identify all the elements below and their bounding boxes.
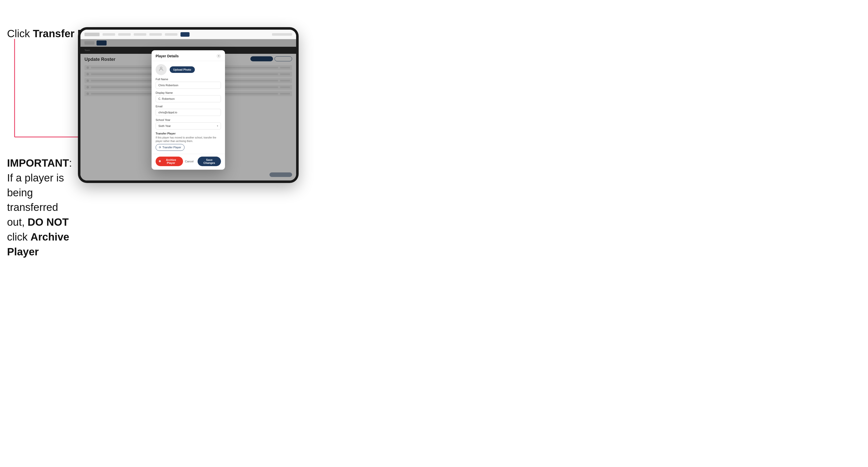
transfer-section-description: If this player has moved to another scho… — [156, 136, 221, 143]
modal-close-button[interactable]: × — [216, 54, 221, 58]
display-name-field-group: Display Name — [156, 91, 221, 102]
instruction-click: click — [7, 231, 30, 243]
display-name-input[interactable] — [156, 95, 221, 102]
instruction-bottom: IMPORTANT: If a player is being transfer… — [7, 156, 75, 259]
display-name-label: Display Name — [156, 91, 221, 94]
nav-right-area — [272, 33, 292, 36]
transfer-player-button[interactable]: ⟳ Transfer Player — [156, 144, 185, 151]
chevron-down-icon: ▾ — [217, 125, 218, 127]
avatar — [156, 64, 167, 75]
roster-area: Team Update Roster — [81, 39, 296, 181]
tablet-screen: Team Update Roster — [81, 30, 296, 181]
cancel-button[interactable]: Cancel — [183, 158, 195, 165]
nav-item-addedit — [165, 33, 178, 36]
upload-photo-button[interactable]: Upload Photo — [170, 66, 195, 73]
svg-point-3 — [160, 67, 162, 69]
save-changes-button[interactable]: Save Changes — [197, 157, 221, 166]
archive-icon: ⊕ — [159, 160, 161, 163]
modal-footer: ⊕ Archive Player Cancel Save Changes — [152, 154, 225, 170]
archive-button-label: Archive Player — [162, 158, 180, 164]
nav-item-schedule — [149, 33, 162, 36]
nav-item-dashboard — [102, 33, 115, 36]
tablet-device: Team Update Roster — [78, 27, 299, 183]
email-field-group: Email — [156, 105, 221, 116]
email-label: Email — [156, 105, 221, 108]
full-name-label: Full Name — [156, 78, 221, 81]
nav-item-tournaments — [118, 33, 131, 36]
transfer-button-label: Transfer Player — [162, 146, 181, 149]
school-year-label: School Year — [156, 118, 221, 121]
instruction-prefix: Click — [7, 28, 33, 39]
important-label: IMPORTANT — [7, 157, 69, 169]
full-name-input[interactable] — [156, 82, 221, 89]
transfer-icon: ⟳ — [159, 146, 161, 149]
avatar-icon — [158, 66, 164, 73]
school-year-value: Sixth Year — [158, 124, 171, 127]
school-year-field-group: School Year Sixth Year ▾ — [156, 118, 221, 129]
full-name-field-group: Full Name — [156, 78, 221, 89]
school-year-select[interactable]: Sixth Year ▾ — [156, 122, 221, 129]
avatar-upload-row: Upload Photo — [156, 64, 221, 75]
modal-title: Player Details — [156, 54, 179, 58]
do-not-label: DO NOT — [28, 216, 69, 228]
transfer-player-section: Transfer Player If this player has moved… — [156, 132, 221, 151]
archive-player-button[interactable]: ⊕ Archive Player — [156, 157, 183, 166]
nav-item-teams — [134, 33, 146, 36]
email-input[interactable] — [156, 109, 221, 116]
modal-body: Upload Photo Full Name Display Name — [152, 61, 225, 154]
nav-logo — [85, 33, 99, 36]
nav-item-roster — [181, 32, 189, 37]
player-details-modal: Player Details × — [152, 50, 225, 170]
transfer-section-title: Transfer Player — [156, 132, 221, 135]
modal-overlay: Player Details × — [81, 39, 296, 181]
modal-header: Player Details × — [152, 50, 225, 61]
tablet-nav — [81, 30, 296, 39]
